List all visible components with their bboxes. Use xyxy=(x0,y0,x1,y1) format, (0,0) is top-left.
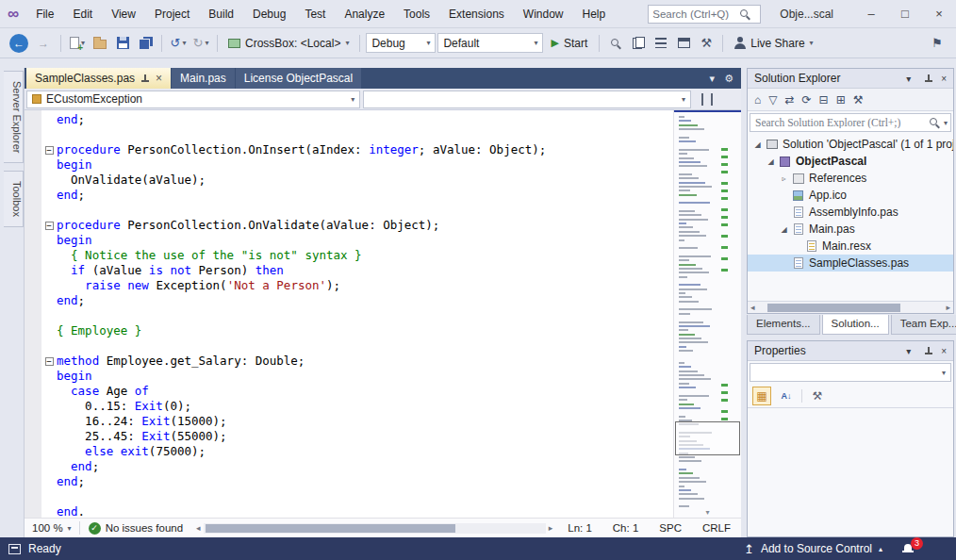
tab-SampleClasses.pas[interactable]: SampleClasses.pas× xyxy=(26,68,171,89)
line-indicator[interactable]: Ln: 1 xyxy=(557,522,602,534)
scrollbar-track[interactable] xyxy=(204,523,546,534)
pin-tab-icon[interactable] xyxy=(141,74,150,84)
solution-configurations-dropdown[interactable]: Debug ▾ xyxy=(366,33,436,53)
tab-list-icon[interactable]: ▾ xyxy=(710,73,716,85)
horizontal-scrollbar[interactable]: ◂ ▸ xyxy=(191,519,557,537)
solution-search[interactable]: ▾ xyxy=(748,111,953,134)
solution-search-input[interactable] xyxy=(750,113,951,132)
tab-Main.pas[interactable]: Main.pas xyxy=(172,68,235,89)
fold-collapse-icon[interactable]: − xyxy=(45,222,54,230)
dock-tab-solution[interactable]: Solution... xyxy=(822,315,889,335)
maximize-button[interactable]: □ xyxy=(888,0,922,27)
navigate-forward-button[interactable]: → xyxy=(32,33,55,54)
column-indicator[interactable]: Ch: 1 xyxy=(602,522,650,534)
crossbox-target-dropdown[interactable]: CrossBox: <Local> ▾ xyxy=(223,33,354,54)
menu-build[interactable]: Build xyxy=(199,0,243,27)
pin-icon[interactable] xyxy=(925,74,933,84)
minimap-scrollbar[interactable]: ▾ xyxy=(673,110,741,518)
save-all-button[interactable] xyxy=(135,33,156,54)
close-tab-icon[interactable]: × xyxy=(156,73,162,84)
menu-window[interactable]: Window xyxy=(514,0,573,27)
spaces-indicator[interactable]: SPC xyxy=(649,522,692,534)
solution-horizontal-scrollbar[interactable]: ◂ ▸ xyxy=(748,301,953,313)
properties-window-button[interactable]: ⚒ xyxy=(696,33,717,54)
code-editor[interactable]: end;−procedure PersonCollection.OnInsert… xyxy=(25,110,741,518)
close-button[interactable]: × xyxy=(922,0,956,27)
tree-item-main.resx[interactable]: Main.resx xyxy=(748,238,953,255)
menu-project[interactable]: Project xyxy=(145,0,199,27)
scroll-down-icon[interactable]: ▾ xyxy=(674,508,741,517)
chevron-down-icon[interactable]: ▾ xyxy=(944,119,948,127)
expand-chevron-icon[interactable]: ▹ xyxy=(778,174,790,183)
properties-icon[interactable]: ⚒ xyxy=(853,94,864,106)
tree-item-references[interactable]: ▹References xyxy=(748,170,953,187)
tree-item-main.pas[interactable]: ◢Main.pas xyxy=(748,221,953,238)
expand-chevron-icon[interactable]: ◢ xyxy=(751,140,764,149)
new-file-button[interactable]: ▾ xyxy=(67,33,88,54)
menu-tools[interactable]: Tools xyxy=(394,0,439,27)
navigate-backward-button[interactable]: ← xyxy=(8,33,30,54)
categorized-button[interactable]: ▦ xyxy=(752,387,771,405)
live-share-button[interactable]: Live Share ▾ xyxy=(729,33,818,54)
types-dropdown[interactable]: ECustomException ▾ xyxy=(26,91,360,108)
menu-edit[interactable]: Edit xyxy=(63,0,102,27)
refresh-icon[interactable]: ⟳ xyxy=(802,94,812,106)
tree-item-sampleclasses.pas[interactable]: SampleClasses.pas xyxy=(748,255,953,272)
window-position-icon[interactable]: ▾ xyxy=(906,346,911,356)
menu-file[interactable]: File xyxy=(26,0,63,27)
home-icon[interactable]: ⌂ xyxy=(754,94,761,106)
start-debugging-button[interactable]: ▶ Start xyxy=(545,33,593,54)
undo-button[interactable]: ↺▾ xyxy=(168,33,189,54)
expand-chevron-icon[interactable]: ◢ xyxy=(765,157,777,166)
quick-search-input[interactable] xyxy=(652,8,739,20)
side-tab-toolbox[interactable]: Toolbox xyxy=(4,171,24,227)
solution-explorer-button[interactable] xyxy=(628,33,649,54)
members-dropdown[interactable]: ▾ xyxy=(363,91,691,108)
menu-analyze[interactable]: Analyze xyxy=(335,0,394,27)
minimize-button[interactable]: – xyxy=(854,0,888,27)
menu-test[interactable]: Test xyxy=(295,0,335,27)
property-pages-button[interactable]: ⚒ xyxy=(808,387,827,405)
menu-extensions[interactable]: Extensions xyxy=(439,0,514,27)
feedback-button[interactable]: ⚑ xyxy=(931,36,948,50)
sync-with-active-document-icon[interactable]: ⇄ xyxy=(784,94,794,106)
menu-view[interactable]: View xyxy=(102,0,145,27)
open-file-button[interactable] xyxy=(90,33,110,54)
scroll-right-icon[interactable]: ▸ xyxy=(943,303,953,312)
scroll-left-icon[interactable]: ◂ xyxy=(193,523,204,533)
tree-item-app.ico[interactable]: App.ico xyxy=(748,187,953,204)
window-position-icon[interactable]: ▾ xyxy=(906,74,911,84)
close-panel-icon[interactable]: × xyxy=(941,74,947,84)
filter-icon[interactable]: ▽ xyxy=(768,94,777,106)
line-ending-indicator[interactable]: CRLF xyxy=(692,522,741,534)
redo-button[interactable]: ↻▾ xyxy=(190,33,211,54)
notifications-button[interactable]: 3 xyxy=(902,542,915,555)
output-window-button[interactable] xyxy=(673,33,694,54)
solution-platforms-dropdown[interactable]: Default ▾ xyxy=(437,33,543,53)
scrollbar-track[interactable] xyxy=(758,302,944,313)
scrollbar-thumb[interactable] xyxy=(767,304,901,312)
dock-tab-teamexp[interactable]: Team Exp... xyxy=(891,315,956,335)
code-lines[interactable]: end;−procedure PersonCollection.OnInsert… xyxy=(41,110,673,518)
error-list-button[interactable] xyxy=(651,33,671,54)
scroll-right-icon[interactable]: ▸ xyxy=(546,523,556,533)
breakpoint-margin[interactable] xyxy=(25,110,41,518)
split-editor-icon[interactable] xyxy=(701,93,713,106)
collapse-all-icon[interactable]: ⊟ xyxy=(819,94,829,106)
alphabetical-button[interactable]: A↓ xyxy=(777,387,796,405)
background-tasks-icon[interactable] xyxy=(8,544,21,554)
menu-help[interactable]: Help xyxy=(573,0,616,27)
tab-License ObjectPascal[interactable]: License ObjectPascal xyxy=(236,68,361,89)
tree-item-objectpascal[interactable]: ◢ObjectPascal xyxy=(748,153,953,170)
zoom-control[interactable]: 100 % ▾ xyxy=(25,522,79,534)
add-to-source-control-button[interactable]: Add to Source Control xyxy=(761,542,872,555)
side-tab-server-explorer[interactable]: Server Explorer xyxy=(4,71,24,163)
fold-collapse-icon[interactable]: − xyxy=(45,357,54,366)
scroll-left-icon[interactable]: ◂ xyxy=(748,303,758,312)
pin-icon[interactable] xyxy=(925,346,933,356)
find-in-files-button[interactable] xyxy=(605,33,626,54)
minimap-viewport[interactable] xyxy=(675,421,740,455)
issues-indicator[interactable]: ✓ No issues found xyxy=(80,522,191,535)
properties-object-dropdown[interactable]: ▾ xyxy=(750,363,951,382)
save-button[interactable] xyxy=(112,33,133,54)
